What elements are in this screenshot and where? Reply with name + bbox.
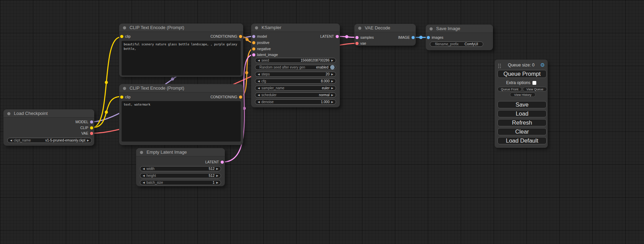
extra-options-checkbox[interactable]	[532, 81, 536, 85]
node-clip-text-encode-positive[interactable]: CLIP Text Encode (Prompt) clip CONDITION…	[119, 24, 243, 77]
queue-prompt-button[interactable]: Queue Prompt	[497, 70, 547, 78]
node-title: CLIP Text Encode (Prompt)	[119, 84, 243, 92]
output-slot-latent[interactable]: LATENT	[205, 160, 224, 164]
latent-slot-dot[interactable]	[221, 161, 224, 164]
increment-arrow-icon[interactable]: ▶	[331, 59, 333, 62]
clear-button[interactable]: Clear	[497, 128, 547, 135]
input-slot-samples[interactable]: samples	[355, 35, 374, 39]
scheduler-widget[interactable]: ◀ scheduler normal ▶	[255, 92, 336, 98]
conditioning-slot-dot[interactable]	[239, 35, 242, 38]
vae-slot-dot[interactable]	[90, 132, 93, 135]
conditioning-slot-dot[interactable]	[252, 41, 255, 44]
input-slot-positive[interactable]: positive	[252, 40, 270, 45]
denoise-widget[interactable]: ◀ denoise 1.000 ▶	[255, 99, 336, 105]
output-slot-image[interactable]: IMAGE	[398, 35, 415, 39]
model-slot-dot[interactable]	[252, 35, 255, 38]
latent-slot-dot[interactable]	[355, 36, 359, 39]
decrement-arrow-icon[interactable]: ◀	[258, 100, 260, 103]
cfg-widget[interactable]: ◀ cfg 8.000 ▶	[255, 79, 336, 84]
load-button[interactable]: Load	[497, 110, 547, 117]
increment-arrow-icon[interactable]: ▶	[87, 139, 89, 142]
decrement-arrow-icon[interactable]: ◀	[143, 174, 145, 177]
node-title: Empty Latent Image	[136, 148, 225, 156]
image-slot-dot[interactable]	[412, 36, 415, 39]
output-slot-model[interactable]: MODEL	[76, 120, 93, 124]
latent-slot-dot[interactable]	[336, 35, 339, 38]
collapse-dot-icon[interactable]	[7, 112, 10, 115]
output-slot-clip[interactable]: CLIP	[80, 126, 93, 130]
node-save-image[interactable]: Save Image images filename_prefix ComfyU…	[426, 25, 493, 50]
increment-arrow-icon[interactable]: ▶	[331, 93, 333, 97]
collapse-dot-icon[interactable]	[123, 87, 126, 90]
increment-arrow-icon[interactable]: ▶	[216, 181, 218, 184]
decrement-arrow-icon[interactable]: ◀	[143, 181, 145, 184]
input-slot-clip[interactable]: clip	[120, 95, 131, 99]
widget-value: 20	[326, 72, 329, 76]
filename-prefix-widget[interactable]: filename_prefix ComfyUI	[430, 42, 483, 47]
latent-slot-dot[interactable]	[252, 53, 255, 56]
decrement-arrow-icon[interactable]: ◀	[258, 80, 260, 83]
increment-arrow-icon[interactable]: ▶	[331, 100, 333, 103]
output-slot-conditioning[interactable]: CONDITIONING	[210, 95, 242, 99]
input-slot-negative[interactable]: negative	[252, 47, 271, 51]
increment-arrow-icon[interactable]: ▶	[216, 167, 218, 170]
seed-widget[interactable]: ◀ seed 156680208700286 ▶	[255, 58, 336, 63]
decrement-arrow-icon[interactable]: ◀	[258, 59, 260, 62]
steps-widget[interactable]: ◀ steps 20 ▶	[255, 72, 336, 77]
clip-slot-dot[interactable]	[90, 126, 93, 129]
conditioning-slot-dot[interactable]	[252, 47, 255, 51]
input-slot-images[interactable]: images	[427, 35, 443, 39]
node-clip-text-encode-negative[interactable]: CLIP Text Encode (Prompt) clip CONDITION…	[119, 84, 243, 145]
settings-gear-icon[interactable]: ⚙	[540, 62, 545, 68]
input-slot-latent-image[interactable]: latent_image	[252, 53, 278, 57]
increment-arrow-icon[interactable]: ▶	[216, 174, 218, 177]
refresh-button[interactable]: Refresh	[497, 119, 547, 126]
width-widget[interactable]: ◀ width 512 ▶	[140, 166, 221, 171]
slot-label: CONDITIONING	[210, 34, 237, 38]
decrement-arrow-icon[interactable]: ◀	[258, 93, 260, 97]
node-ksampler[interactable]: KSampler model positive negative latent_…	[251, 24, 340, 107]
random-seed-widget[interactable]: Random seed after every gen enabled	[255, 65, 336, 70]
ckpt-name-widget[interactable]: ◀ ckpt_name v1-5-pruned-emaonly.ckpt ▶	[7, 138, 92, 143]
increment-arrow-icon[interactable]: ▶	[331, 87, 333, 90]
height-widget[interactable]: ◀ height 512 ▶	[140, 173, 221, 178]
output-slot-latent[interactable]: LATENT	[320, 34, 339, 38]
input-slot-vae[interactable]: vae	[355, 41, 366, 45]
sampler-name-widget[interactable]: ◀ sampler_name euler ▶	[255, 85, 336, 91]
toggle-knob-icon[interactable]	[330, 65, 335, 70]
image-slot-dot[interactable]	[427, 36, 430, 39]
output-slot-vae[interactable]: VAE	[81, 131, 93, 135]
vae-slot-dot[interactable]	[355, 42, 359, 45]
view-queue-button[interactable]: View Queue	[523, 87, 547, 91]
load-default-button[interactable]: Load Default	[497, 137, 547, 144]
clip-slot-dot[interactable]	[120, 35, 123, 38]
increment-arrow-icon[interactable]: ▶	[331, 80, 333, 83]
queue-front-button[interactable]: Queue Front	[497, 87, 522, 91]
node-vae-decode[interactable]: VAE Decode samples vae IMAGE	[354, 24, 416, 46]
view-history-button[interactable]: View History	[510, 92, 536, 97]
decrement-arrow-icon[interactable]: ◀	[258, 87, 260, 90]
decrement-arrow-icon[interactable]: ◀	[258, 73, 260, 76]
clip-slot-dot[interactable]	[120, 96, 123, 99]
save-button[interactable]: Save	[497, 101, 547, 108]
batch-size-widget[interactable]: ◀ batch_size 1 ▶	[140, 180, 221, 185]
input-slot-model[interactable]: model	[252, 34, 267, 38]
conditioning-slot-dot[interactable]	[239, 96, 242, 99]
model-slot-dot[interactable]	[90, 120, 93, 124]
increment-arrow-icon[interactable]: ▶	[331, 73, 333, 76]
widget-label: ckpt_name	[14, 138, 31, 142]
input-slot-clip[interactable]: clip	[120, 34, 131, 38]
node-graph-canvas[interactable]: { "colors": { "model": "#B39DDB", "clip"…	[0, 0, 644, 244]
collapse-dot-icon[interactable]	[430, 27, 433, 30]
collapse-dot-icon[interactable]	[140, 151, 143, 154]
prompt-textarea[interactable]: beautiful scenery nature glass bottle la…	[122, 41, 241, 75]
output-slot-conditioning[interactable]: CONDITIONING	[210, 34, 242, 38]
decrement-arrow-icon[interactable]: ◀	[10, 139, 12, 142]
node-load-checkpoint[interactable]: Load Checkpoint MODEL CLIP VAE ◀ ckpt_na…	[3, 109, 94, 146]
collapse-dot-icon[interactable]	[123, 26, 126, 29]
node-empty-latent-image[interactable]: Empty Latent Image LATENT ◀ width 512 ▶ …	[136, 148, 225, 186]
collapse-dot-icon[interactable]	[255, 26, 258, 29]
decrement-arrow-icon[interactable]: ◀	[143, 167, 145, 170]
collapse-dot-icon[interactable]	[358, 27, 361, 30]
prompt-textarea[interactable]: text, watermark	[122, 101, 241, 142]
